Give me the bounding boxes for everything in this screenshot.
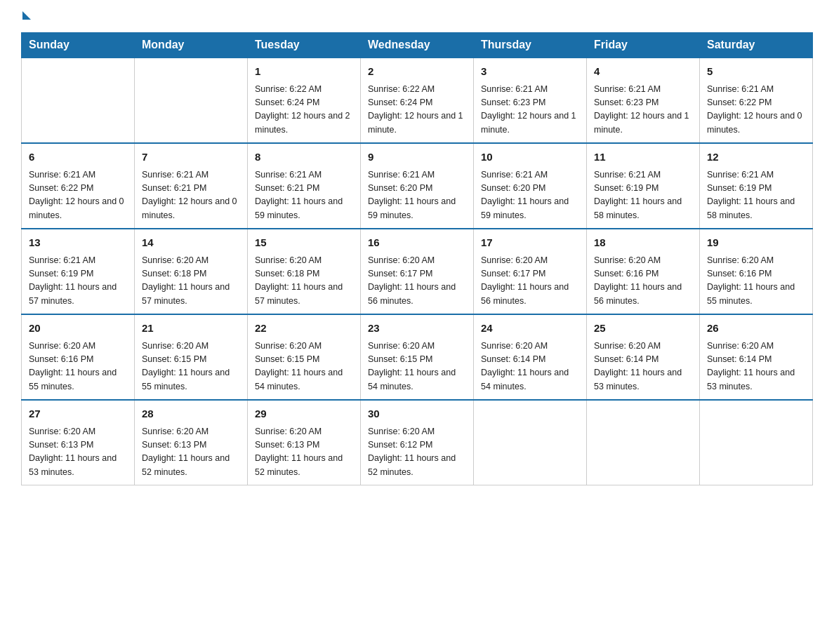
- day-info-4: Sunrise: 6:21 AMSunset: 6:23 PMDaylight:…: [594, 83, 692, 137]
- week-row-0: 1Sunrise: 6:22 AMSunset: 6:24 PMDaylight…: [22, 58, 813, 143]
- day-info-30: Sunrise: 6:20 AMSunset: 6:12 PMDaylight:…: [368, 425, 466, 480]
- day-cell-1-3: 9Sunrise: 6:21 AMSunset: 6:20 PMDaylight…: [361, 143, 474, 229]
- day-cell-3-4: 24Sunrise: 6:20 AMSunset: 6:14 PMDayligh…: [474, 314, 587, 400]
- week-row-2: 13Sunrise: 6:21 AMSunset: 6:19 PMDayligh…: [22, 229, 813, 314]
- day-number-17: 17: [481, 235, 579, 251]
- day-cell-0-0: [22, 58, 135, 143]
- day-number-21: 21: [142, 321, 240, 337]
- day-cell-0-4: 3Sunrise: 6:21 AMSunset: 6:23 PMDaylight…: [474, 58, 587, 143]
- day-cell-0-6: 5Sunrise: 6:21 AMSunset: 6:22 PMDaylight…: [700, 58, 813, 143]
- day-cell-1-6: 12Sunrise: 6:21 AMSunset: 6:19 PMDayligh…: [700, 143, 813, 229]
- day-number-1: 1: [255, 64, 353, 80]
- day-number-16: 16: [368, 235, 466, 251]
- week-row-3: 20Sunrise: 6:20 AMSunset: 6:16 PMDayligh…: [22, 314, 813, 400]
- day-cell-3-5: 25Sunrise: 6:20 AMSunset: 6:14 PMDayligh…: [587, 314, 700, 400]
- day-info-14: Sunrise: 6:20 AMSunset: 6:18 PMDaylight:…: [142, 254, 240, 309]
- day-cell-2-4: 17Sunrise: 6:20 AMSunset: 6:17 PMDayligh…: [474, 229, 587, 314]
- day-number-10: 10: [481, 149, 579, 166]
- day-info-27: Sunrise: 6:20 AMSunset: 6:13 PMDaylight:…: [29, 425, 127, 480]
- day-number-13: 13: [29, 235, 127, 251]
- day-cell-4-2: 29Sunrise: 6:20 AMSunset: 6:13 PMDayligh…: [248, 400, 361, 485]
- day-number-25: 25: [594, 321, 692, 337]
- day-info-2: Sunrise: 6:22 AMSunset: 6:24 PMDaylight:…: [368, 83, 466, 137]
- day-number-11: 11: [594, 149, 692, 166]
- day-cell-3-0: 20Sunrise: 6:20 AMSunset: 6:16 PMDayligh…: [22, 314, 135, 400]
- day-info-26: Sunrise: 6:20 AMSunset: 6:14 PMDaylight:…: [707, 340, 805, 394]
- col-tuesday: Tuesday: [248, 33, 361, 58]
- day-cell-3-3: 23Sunrise: 6:20 AMSunset: 6:15 PMDayligh…: [361, 314, 474, 400]
- day-number-12: 12: [707, 149, 805, 166]
- day-info-8: Sunrise: 6:21 AMSunset: 6:21 PMDaylight:…: [255, 168, 353, 223]
- day-info-25: Sunrise: 6:20 AMSunset: 6:14 PMDaylight:…: [594, 340, 692, 394]
- day-number-22: 22: [255, 321, 353, 337]
- day-cell-3-6: 26Sunrise: 6:20 AMSunset: 6:14 PMDayligh…: [700, 314, 813, 400]
- day-cell-0-1: [135, 58, 248, 143]
- col-monday: Monday: [135, 33, 248, 58]
- col-sunday: Sunday: [22, 33, 135, 58]
- day-number-24: 24: [481, 321, 579, 337]
- day-cell-2-0: 13Sunrise: 6:21 AMSunset: 6:19 PMDayligh…: [22, 229, 135, 314]
- day-number-20: 20: [29, 321, 127, 337]
- day-number-19: 19: [707, 235, 805, 251]
- day-number-3: 3: [481, 64, 579, 80]
- day-info-1: Sunrise: 6:22 AMSunset: 6:24 PMDaylight:…: [255, 83, 353, 137]
- week-row-1: 6Sunrise: 6:21 AMSunset: 6:22 PMDaylight…: [22, 143, 813, 229]
- day-number-14: 14: [142, 235, 240, 251]
- day-info-28: Sunrise: 6:20 AMSunset: 6:13 PMDaylight:…: [142, 425, 240, 480]
- day-info-10: Sunrise: 6:21 AMSunset: 6:20 PMDaylight:…: [481, 168, 579, 223]
- day-number-28: 28: [142, 406, 240, 422]
- day-info-29: Sunrise: 6:20 AMSunset: 6:13 PMDaylight:…: [255, 425, 353, 480]
- day-info-24: Sunrise: 6:20 AMSunset: 6:14 PMDaylight:…: [481, 340, 579, 394]
- day-number-27: 27: [29, 406, 127, 422]
- day-info-13: Sunrise: 6:21 AMSunset: 6:19 PMDaylight:…: [29, 254, 127, 309]
- day-info-15: Sunrise: 6:20 AMSunset: 6:18 PMDaylight:…: [255, 254, 353, 309]
- day-info-12: Sunrise: 6:21 AMSunset: 6:19 PMDaylight:…: [707, 168, 805, 223]
- week-row-4: 27Sunrise: 6:20 AMSunset: 6:13 PMDayligh…: [22, 400, 813, 485]
- day-cell-2-3: 16Sunrise: 6:20 AMSunset: 6:17 PMDayligh…: [361, 229, 474, 314]
- day-info-18: Sunrise: 6:20 AMSunset: 6:16 PMDaylight:…: [594, 254, 692, 309]
- day-number-26: 26: [707, 321, 805, 337]
- day-number-15: 15: [255, 235, 353, 251]
- day-cell-2-6: 19Sunrise: 6:20 AMSunset: 6:16 PMDayligh…: [700, 229, 813, 314]
- day-info-23: Sunrise: 6:20 AMSunset: 6:15 PMDaylight:…: [368, 340, 466, 394]
- day-cell-0-2: 1Sunrise: 6:22 AMSunset: 6:24 PMDaylight…: [248, 58, 361, 143]
- col-thursday: Thursday: [474, 33, 587, 58]
- day-cell-4-0: 27Sunrise: 6:20 AMSunset: 6:13 PMDayligh…: [22, 400, 135, 485]
- day-cell-1-5: 11Sunrise: 6:21 AMSunset: 6:19 PMDayligh…: [587, 143, 700, 229]
- day-number-18: 18: [594, 235, 692, 251]
- day-number-23: 23: [368, 321, 466, 337]
- day-info-19: Sunrise: 6:20 AMSunset: 6:16 PMDaylight:…: [707, 254, 805, 309]
- day-info-3: Sunrise: 6:21 AMSunset: 6:23 PMDaylight:…: [481, 83, 579, 137]
- day-cell-2-2: 15Sunrise: 6:20 AMSunset: 6:18 PMDayligh…: [248, 229, 361, 314]
- day-number-30: 30: [368, 406, 466, 422]
- day-info-7: Sunrise: 6:21 AMSunset: 6:21 PMDaylight:…: [142, 168, 240, 223]
- day-number-8: 8: [255, 149, 353, 166]
- day-cell-2-5: 18Sunrise: 6:20 AMSunset: 6:16 PMDayligh…: [587, 229, 700, 314]
- calendar-table: Sunday Monday Tuesday Wednesday Thursday…: [21, 32, 813, 485]
- day-number-2: 2: [368, 64, 466, 80]
- day-info-21: Sunrise: 6:20 AMSunset: 6:15 PMDaylight:…: [142, 340, 240, 394]
- day-cell-4-6: [700, 400, 813, 485]
- day-info-6: Sunrise: 6:21 AMSunset: 6:22 PMDaylight:…: [29, 168, 127, 223]
- day-info-22: Sunrise: 6:20 AMSunset: 6:15 PMDaylight:…: [255, 340, 353, 394]
- day-number-29: 29: [255, 406, 353, 422]
- day-info-20: Sunrise: 6:20 AMSunset: 6:16 PMDaylight:…: [29, 340, 127, 394]
- logo: [21, 14, 31, 18]
- day-cell-4-1: 28Sunrise: 6:20 AMSunset: 6:13 PMDayligh…: [135, 400, 248, 485]
- col-saturday: Saturday: [700, 33, 813, 58]
- day-cell-4-3: 30Sunrise: 6:20 AMSunset: 6:12 PMDayligh…: [361, 400, 474, 485]
- day-number-5: 5: [707, 64, 805, 80]
- day-number-4: 4: [594, 64, 692, 80]
- day-number-9: 9: [368, 149, 466, 166]
- day-info-9: Sunrise: 6:21 AMSunset: 6:20 PMDaylight:…: [368, 168, 466, 223]
- day-cell-3-1: 21Sunrise: 6:20 AMSunset: 6:15 PMDayligh…: [135, 314, 248, 400]
- day-cell-2-1: 14Sunrise: 6:20 AMSunset: 6:18 PMDayligh…: [135, 229, 248, 314]
- day-info-5: Sunrise: 6:21 AMSunset: 6:22 PMDaylight:…: [707, 83, 805, 137]
- col-wednesday: Wednesday: [361, 33, 474, 58]
- day-cell-3-2: 22Sunrise: 6:20 AMSunset: 6:15 PMDayligh…: [248, 314, 361, 400]
- day-cell-4-4: [474, 400, 587, 485]
- day-number-7: 7: [142, 149, 240, 166]
- day-cell-0-5: 4Sunrise: 6:21 AMSunset: 6:23 PMDaylight…: [587, 58, 700, 143]
- day-cell-1-4: 10Sunrise: 6:21 AMSunset: 6:20 PMDayligh…: [474, 143, 587, 229]
- col-friday: Friday: [587, 33, 700, 58]
